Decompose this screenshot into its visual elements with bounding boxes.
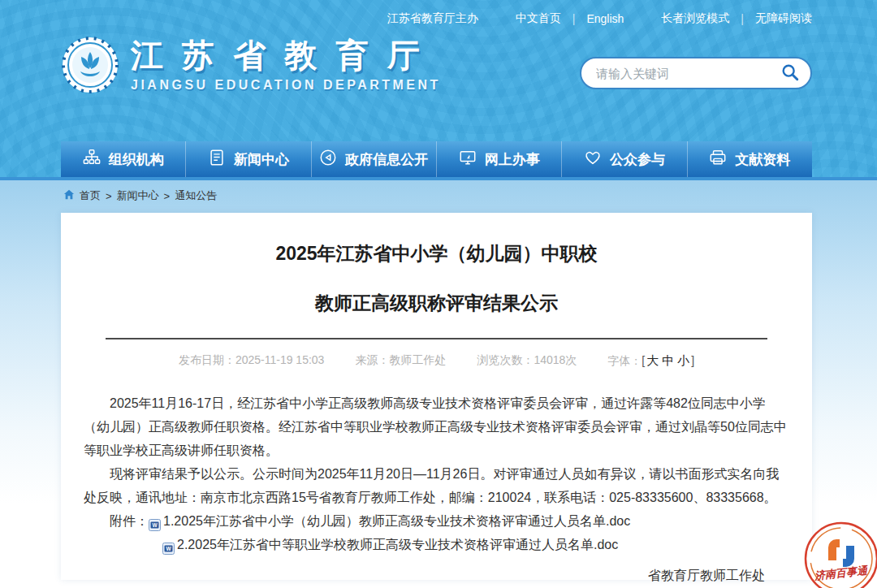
english-link[interactable]: English (586, 12, 624, 25)
cn-home-link[interactable]: 中文首页 (516, 11, 561, 26)
site-title-block: 江 苏 省 教 育 厅 JIANGSU EDUCATION DEPARTMENT (131, 36, 441, 93)
search-input[interactable] (596, 67, 780, 80)
archive-printer-icon (709, 149, 727, 171)
article-title-line2: 教师正高级职称评审结果公示 (84, 292, 789, 315)
article-meta: 发布日期：2025-11-19 15:03 来源：教师工作处 浏览次数：1401… (84, 353, 789, 369)
nav-label: 文献资料 (735, 150, 790, 169)
paragraph: 现将评审结果予以公示。公示时间为2025年11月20日—11月26日。对评审通过… (84, 462, 789, 509)
nav-label: 新闻中心 (234, 150, 289, 169)
article-source: 来源：教师工作处 (355, 353, 446, 368)
attachment-link-2[interactable]: 2.2025年江苏省中等职业学校教师正高级专业技术资格评审通过人员名单.doc (177, 533, 618, 556)
article-title-line1: 2025年江苏省中小学（幼儿园）中职校 (84, 242, 789, 266)
search-icon (780, 72, 800, 84)
article-title: 2025年江苏省中小学（幼儿园）中职校 教师正高级职称评审结果公示 (84, 242, 789, 315)
attachments-label: 附件： (110, 509, 149, 533)
word-doc-icon: W (162, 538, 175, 551)
article-card: 2025年江苏省中小学（幼儿园）中职校 教师正高级职称评审结果公示 发布日期：2… (61, 213, 812, 580)
nav-item-public-participation[interactable]: 公众参与 (562, 141, 687, 177)
font-size-label: 字体： (607, 354, 642, 367)
nav-item-documents[interactable]: 文献资料 (688, 141, 812, 177)
accessibility-link[interactable]: 无障碍阅读 (755, 11, 812, 26)
separator: | (741, 12, 744, 25)
font-size-control: 字体：[大中小] (607, 353, 694, 369)
site-header: 江苏省教育厅主办 中文首页 | English 长者浏览模式 | 无障碍阅读 (0, 0, 877, 180)
online-service-icon (459, 149, 477, 171)
publish-date: 发布日期：2025-11-19 15:03 (179, 353, 325, 368)
site-name-english: JIANGSU EDUCATION DEPARTMENT (131, 78, 441, 93)
nav-label: 政府信息公开 (345, 150, 428, 169)
bracket: [ (642, 354, 645, 367)
word-doc-icon: W (149, 515, 161, 527)
font-size-medium-button[interactable]: 中 (662, 353, 674, 367)
department-seal-icon (61, 36, 119, 94)
nav-item-online-services[interactable]: 网上办事 (437, 141, 562, 177)
attachment-link-1[interactable]: 1.2025年江苏省中小学（幼儿园）教师正高级专业技术资格评审通过人员名单.do… (163, 509, 630, 533)
home-icon (63, 189, 75, 202)
nav-item-organization[interactable]: 组织机构 (61, 141, 186, 177)
host-link[interactable]: 江苏省教育厅主办 (387, 11, 478, 26)
font-size-small-button[interactable]: 小 (677, 353, 689, 367)
separator: | (572, 12, 576, 25)
page: 江苏省教育厅主办 中文首页 | English 长者浏览模式 | 无障碍阅读 (0, 0, 877, 588)
search-button[interactable] (780, 63, 801, 84)
attachment-row: 附件： W 1.2025年江苏省中小学（幼儿园）教师正高级专业技术资格评审通过人… (84, 509, 789, 533)
nav-label: 网上办事 (485, 150, 540, 169)
article-content: 2025年11月16-17日，经江苏省中小学正高级教师高级专业技术资格评审委员会… (84, 391, 789, 509)
font-size-large-button[interactable]: 大 (646, 353, 659, 367)
signature-department: 省教育厅教师工作处 (84, 568, 789, 585)
org-chart-icon (83, 149, 101, 171)
bracket: ] (691, 354, 694, 367)
nav-item-news-center[interactable]: 新闻中心 (186, 141, 311, 177)
view-count: 浏览次数：14018次 (477, 353, 577, 368)
page-body: 首页 > 新闻中心 > 通知公告 2025年江苏省中小学（幼儿园）中职校 教师正… (0, 180, 877, 585)
heart-icon (584, 149, 602, 171)
breadcrumb-separator: > (106, 190, 112, 202)
nav-label: 公众参与 (610, 150, 665, 169)
main-nav: 组织机构 新闻中心 政府信息公开 (61, 141, 812, 177)
attachments-block: 附件： W 1.2025年江苏省中小学（幼儿园）教师正高级专业技术资格评审通过人… (84, 509, 789, 556)
site-name: 江 苏 省 教 育 厅 (131, 36, 441, 75)
watermark-logo: 济南百事通 (801, 518, 877, 588)
breadcrumb-notices[interactable]: 通知公告 (175, 188, 217, 203)
paragraph: 2025年11月16-17日，经江苏省中小学正高级教师高级专业技术资格评审委员会… (84, 391, 789, 462)
attachment-row: W 2.2025年江苏省中等职业学校教师正高级专业技术资格评审通过人员名单.do… (84, 533, 789, 556)
info-disclosure-icon (319, 149, 337, 171)
site-search (580, 57, 812, 89)
news-icon (208, 149, 226, 171)
title-divider (106, 338, 767, 339)
svg-text:W: W (152, 522, 158, 528)
elder-mode-link[interactable]: 长者浏览模式 (661, 11, 729, 26)
top-link-bar: 江苏省教育厅主办 中文首页 | English 长者浏览模式 | 无障碍阅读 (387, 11, 812, 26)
breadcrumb-news-center[interactable]: 新闻中心 (117, 188, 159, 203)
svg-text:W: W (166, 546, 171, 551)
breadcrumb: 首页 > 新闻中心 > 通知公告 (0, 180, 877, 210)
breadcrumb-home[interactable]: 首页 (80, 188, 101, 203)
nav-label: 组织机构 (109, 150, 164, 169)
breadcrumb-separator: > (164, 190, 171, 202)
site-logo-block: 江 苏 省 教 育 厅 JIANGSU EDUCATION DEPARTMENT (61, 36, 441, 94)
nav-item-gov-info-disclosure[interactable]: 政府信息公开 (312, 141, 437, 177)
